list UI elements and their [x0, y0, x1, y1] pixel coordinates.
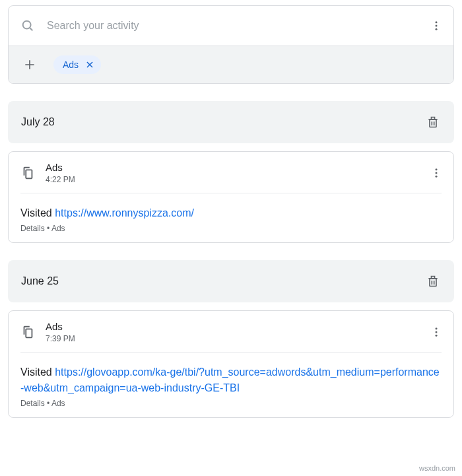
filter-chip-label: Ads — [63, 59, 79, 70]
details-link[interactable]: Details — [20, 399, 45, 408]
visited-action: Visited — [20, 366, 55, 378]
svg-point-18 — [436, 327, 438, 329]
close-icon[interactable] — [85, 60, 94, 69]
overflow-menu-button[interactable] — [424, 14, 448, 38]
entry-body: Visited https://glovoapp.com/ka-ge/tbi/?… — [20, 352, 442, 417]
svg-rect-15 — [430, 279, 436, 287]
entry-time: 4:22 PM — [46, 175, 414, 184]
entry-body: Visited https://www.ronnyspizza.com/ Det… — [20, 193, 442, 242]
entry-category: Ads — [45, 224, 65, 233]
filter-chip-ads[interactable]: Ads — [53, 55, 101, 74]
entry-overflow-button[interactable] — [424, 320, 448, 344]
ads-icon — [20, 166, 35, 180]
date-header: June 25 — [8, 260, 454, 302]
svg-point-2 — [436, 21, 438, 23]
entry-head: Ads 7:39 PM — [9, 311, 453, 352]
filter-bar: Ads — [9, 46, 453, 83]
activity-entry: Ads 4:22 PM Visited https://www.ronnyspi… — [8, 151, 454, 243]
visited-text: Visited https://www.ronnyspizza.com/ — [20, 205, 442, 221]
add-filter-button[interactable] — [18, 53, 42, 77]
entry-meta: DetailsAds — [20, 224, 442, 233]
entry-title-block: Ads 4:22 PM — [46, 162, 414, 184]
entry-time: 7:39 PM — [46, 334, 414, 343]
entry-source: Ads — [46, 162, 414, 174]
entry-overflow-button[interactable] — [424, 161, 448, 185]
svg-point-19 — [436, 331, 438, 333]
entry-source: Ads — [46, 321, 414, 333]
svg-point-4 — [436, 28, 438, 30]
svg-point-13 — [436, 172, 438, 174]
details-link[interactable]: Details — [20, 224, 45, 233]
entry-meta: DetailsAds — [20, 399, 442, 408]
visited-text: Visited https://glovoapp.com/ka-ge/tbi/?… — [20, 364, 442, 396]
visited-link[interactable]: https://www.ronnyspizza.com/ — [55, 207, 194, 219]
entry-category: Ads — [45, 399, 65, 408]
svg-point-20 — [436, 335, 438, 337]
svg-point-3 — [436, 25, 438, 27]
visited-action: Visited — [20, 207, 55, 219]
svg-point-12 — [436, 168, 438, 170]
svg-rect-9 — [430, 119, 436, 127]
ads-icon — [20, 325, 35, 339]
search-icon — [20, 18, 35, 33]
entry-head: Ads 4:22 PM — [9, 152, 453, 193]
svg-point-14 — [436, 176, 438, 178]
search-row — [9, 6, 453, 46]
delete-day-button[interactable] — [421, 269, 445, 293]
visited-link[interactable]: https://glovoapp.com/ka-ge/tbi/?utm_sour… — [20, 366, 440, 393]
svg-line-1 — [30, 28, 32, 30]
svg-point-0 — [23, 21, 31, 29]
activity-entry: Ads 7:39 PM Visited https://glovoapp.com… — [8, 310, 454, 418]
date-header: July 28 — [8, 101, 454, 143]
delete-day-button[interactable] — [421, 110, 445, 134]
search-card: Ads — [8, 5, 454, 84]
entry-title-block: Ads 7:39 PM — [46, 321, 414, 343]
date-label: June 25 — [21, 275, 59, 287]
search-input[interactable] — [47, 20, 412, 32]
date-label: July 28 — [21, 116, 55, 128]
